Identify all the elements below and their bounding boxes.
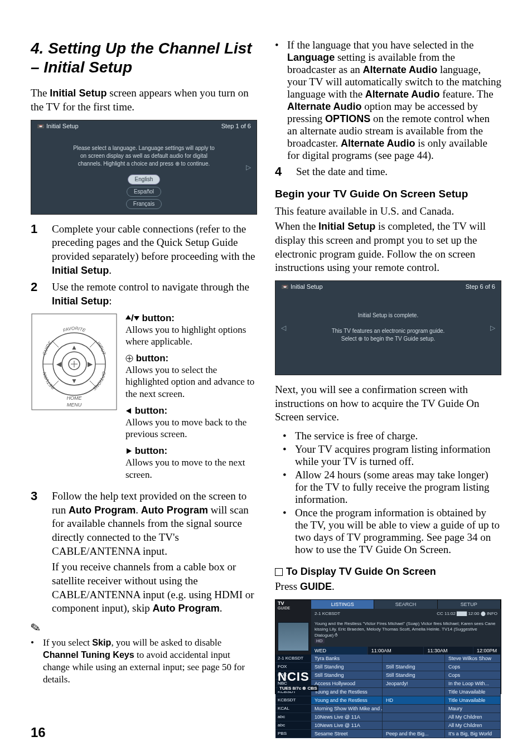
- display-guide-heading: To Display TV Guide On Screen: [286, 566, 436, 578]
- svg-marker-24: [125, 315, 131, 319]
- guide-head-12: 12:00PM: [473, 647, 501, 655]
- checkbox-icon: [275, 568, 283, 576]
- guide-head-day: WED: [311, 647, 367, 655]
- tv-guide-screenshot: TVGUIDE LISTINGS SEARCH SETUP 2-1 KCBSDT…: [275, 599, 501, 694]
- press-guide-line: Press GUIDE.: [275, 580, 501, 594]
- next-paragraph: Next, you will see a confirmation screen…: [275, 383, 501, 424]
- center-button-label: button:: [125, 353, 168, 364]
- tv1-francais-button: Français: [126, 199, 162, 209]
- begin-p1: This feature available in U.S. and Canad…: [275, 205, 501, 219]
- initial-setup-screenshot-1: 📼 Initial Setup Step 1 of 6 Please selec…: [31, 120, 257, 215]
- tv2-left-arrow-icon: ◁: [278, 324, 289, 332]
- intro-paragraph: The Initial Setup screen appears when yo…: [31, 86, 257, 114]
- center-button-desc: Allows you to select the highlighted opt…: [125, 364, 257, 400]
- guide-cc-info: CC 11:02 ▇▇▇ 12:00 ⬤ INFO: [437, 611, 497, 617]
- note-text: • If you select Skip, you will be asked …: [31, 637, 257, 686]
- initial-setup-screenshot-2: 📼 Initial Setup Step 6 of 6 Initial Setu…: [275, 280, 501, 375]
- guide-hd-badge: HD: [315, 638, 325, 643]
- section-title: 4. Setting Up the Channel List – Initial…: [31, 39, 257, 76]
- guide-channel: 2-1 KCBSDT: [315, 611, 340, 617]
- step-4-text: Set the date and time.: [296, 165, 501, 179]
- guide-tab-listings: LISTINGS: [311, 600, 374, 609]
- tv2-line2: This TV features an electronic program g…: [292, 327, 484, 335]
- intro-pre: The: [31, 87, 50, 99]
- info-bullet: •Your TV acquires program listing inform…: [283, 443, 501, 468]
- left-button-desc: Allows you to move back to the previous …: [125, 416, 257, 440]
- tv1-line3: channels. Highlight a choice and press ⊕…: [48, 160, 240, 168]
- remote-diagram: ▲ ▼ ◀ ▶: [31, 313, 120, 413]
- svg-text:▶: ▶: [88, 360, 93, 368]
- tv1-line1: Please select a language. Language setti…: [48, 144, 240, 152]
- svg-marker-30: [127, 448, 132, 454]
- intro-bold: Initial Setup: [50, 88, 107, 99]
- guide-listing-row: KCALMorning Show With Mike and JulietMau…: [275, 705, 501, 713]
- svg-marker-25: [134, 316, 139, 321]
- step-1-number: 1: [31, 222, 43, 278]
- guide-listing-row: PBSSesame StreetPeep and the Big...It's …: [275, 730, 501, 738]
- guide-rows: 2-1 KCBSDTTyra BanksSteve Wilkos ShowFOX…: [275, 655, 501, 738]
- right-button-desc: Allows you to move to the next screen.: [125, 457, 257, 481]
- guide-listing-row: abc10News Live @ 11AAll My Children: [275, 721, 501, 730]
- step-3-text: Follow the help text provided on the scr…: [52, 490, 257, 616]
- tv1-line2: on screen display as well as default aud…: [48, 152, 240, 160]
- guide-program-desc: Young and the Restless "Victor Fires Mic…: [315, 621, 495, 638]
- guide-head-11: 11:00AM: [368, 647, 424, 655]
- tv1-right-arrow-icon: ▷: [243, 163, 254, 171]
- info-bullet: •The service is free of charge.: [283, 430, 501, 442]
- tv2-title: 📼 Initial Setup: [281, 283, 323, 290]
- tv-guide-logo: TVGUIDE: [278, 601, 290, 610]
- note-icon: ✎: [30, 621, 42, 637]
- step-2-number: 2: [31, 280, 43, 308]
- step-2-text: Use the remote control to navigate throu…: [52, 280, 257, 308]
- tv2-step: Step 6 of 6: [466, 283, 495, 290]
- tv1-title: 📼 Initial Setup: [37, 123, 79, 130]
- guide-preview-window: [278, 622, 309, 651]
- left-button-label: button:: [125, 405, 167, 416]
- guide-listing-row: abc10News Live @ 11AAll My Children: [275, 713, 501, 721]
- guide-listing-row: KCBSDTYoung and the RestlessHDTitle Unav…: [275, 696, 501, 705]
- guide-promo: NCIS TUES 8/7c ⊗ CBS: [278, 670, 318, 691]
- begin-setup-heading: Begin your TV Guide On Screen Setup: [275, 188, 501, 201]
- page-number: 16: [31, 725, 46, 740]
- step-4-number: 4: [275, 165, 287, 179]
- svg-text:◀: ◀: [56, 360, 62, 368]
- step-1-text: Complete your cable connections (refer t…: [52, 222, 257, 278]
- guide-head-1130: 11:30AM: [424, 647, 473, 655]
- svg-marker-29: [126, 408, 131, 414]
- guide-tab-search: SEARCH: [374, 600, 437, 609]
- info-bullet: •Once the program information is obtaine…: [283, 507, 501, 556]
- svg-text:▲: ▲: [71, 343, 78, 351]
- tv1-english-button: English: [128, 175, 161, 185]
- updown-button-desc: Allows you to highlight options where ap…: [125, 324, 257, 348]
- step-3-number: 3: [31, 490, 43, 616]
- updown-button-label: / button:: [125, 313, 175, 323]
- tv2-right-arrow-icon: ▷: [487, 324, 499, 332]
- info-bullet: •Allow 24 hours (some areas may take lon…: [283, 469, 501, 506]
- tv2-line1: Initial Setup is complete.: [292, 312, 484, 319]
- right-button-label: button:: [125, 445, 167, 456]
- tv1-espanol-button: Español: [127, 187, 161, 197]
- guide-tab-setup: SETUP: [438, 600, 501, 609]
- button-descriptions: / button: Allows you to highlight option…: [125, 313, 257, 486]
- svg-text:MENU: MENU: [67, 402, 82, 408]
- svg-text:▼: ▼: [71, 377, 78, 385]
- svg-text:HOME: HOME: [67, 395, 83, 401]
- guide-listing-row: 2-1 KCBSDTTyra BanksSteve Wilkos Show: [275, 655, 501, 663]
- language-paragraph: If the language that you have selected i…: [287, 39, 501, 162]
- begin-p2: When the Initial Setup is completed, the…: [275, 220, 501, 275]
- tv1-step: Step 1 of 6: [221, 123, 251, 130]
- tv2-line3: Select ⊕ to begin the TV Guide setup.: [292, 335, 484, 343]
